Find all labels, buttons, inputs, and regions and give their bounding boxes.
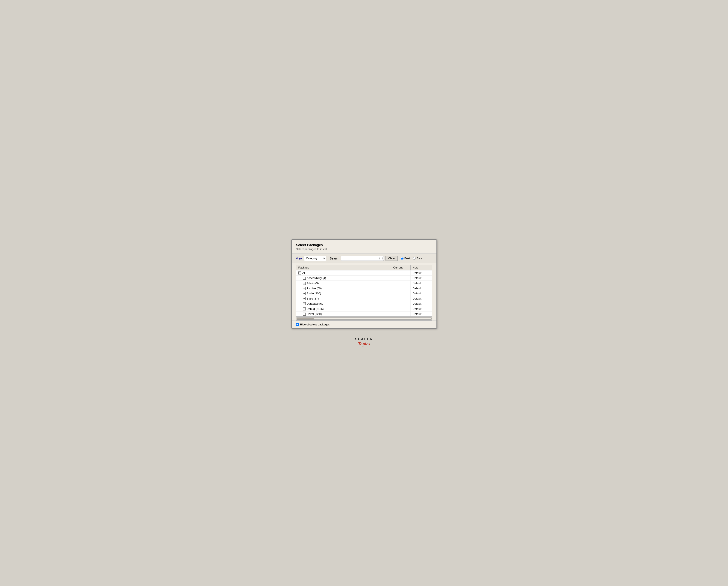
watermark: SCALER Topics — [355, 337, 373, 347]
row-name: Archive (69) — [307, 287, 322, 290]
cell-new: Default — [411, 291, 432, 296]
hide-obsolete-checkbox-item[interactable]: Hide obsolete packages — [296, 323, 330, 326]
cell-new: Default — [411, 276, 432, 280]
cell-new: Default — [411, 296, 432, 301]
radio-best-label: Best — [404, 257, 410, 260]
cell-current — [391, 306, 411, 311]
tree-item: + Accessibility (4) — [303, 276, 389, 280]
dialog-footer: Hide obsolete packages — [292, 321, 437, 328]
watermark-topics: Topics — [355, 341, 373, 347]
cell-package: + Audio (200) — [296, 291, 391, 296]
watermark-scaler: SCALER — [355, 337, 373, 341]
tree-item: + Base (37) — [303, 297, 389, 300]
package-table: Package Current New − All Default — [296, 265, 432, 321]
tree-item: + Devel (1218) — [303, 312, 389, 315]
radio-sync-item[interactable]: Sync — [413, 257, 423, 260]
row-name: Devel (1218) — [307, 312, 322, 315]
select-packages-dialog: Select Packages Select packages to insta… — [291, 239, 437, 329]
table-header: Package Current New — [296, 265, 432, 271]
table-section: Package Current New − All Default — [292, 265, 437, 321]
dialog-title: Select Packages — [296, 243, 432, 247]
table-row: + Archive (69) Default — [296, 286, 432, 291]
column-current: Current — [391, 265, 411, 270]
tree-item: + Archive (69) — [303, 287, 389, 290]
search-icon — [379, 257, 383, 260]
expand-icon[interactable]: + — [303, 292, 306, 295]
cell-package: + Admin (9) — [296, 281, 391, 286]
table-row: + Audio (200) Default — [296, 291, 432, 296]
row-name: Debug (2135) — [307, 307, 324, 310]
cell-package: + Devel (1218) — [296, 311, 391, 316]
cell-new: Default — [411, 311, 432, 316]
view-select-wrapper[interactable]: Category Full Name Short Name — [304, 256, 326, 261]
expand-icon[interactable]: + — [303, 282, 306, 285]
cell-current — [391, 311, 411, 316]
expand-icon[interactable]: + — [303, 302, 306, 305]
radio-sync-label: Sync — [417, 257, 423, 260]
expand-icon[interactable]: + — [303, 313, 306, 315]
view-label: View — [296, 257, 303, 260]
cell-package: + Accessibility (4) — [296, 276, 391, 280]
column-package: Package — [296, 265, 391, 270]
search-container — [341, 256, 384, 261]
tree-item: + Admin (9) — [303, 282, 389, 285]
view-select[interactable]: Category Full Name Short Name — [304, 256, 326, 261]
cell-new: Default — [411, 271, 432, 275]
radio-best[interactable] — [401, 257, 404, 260]
table-row: + Accessibility (4) Default — [296, 276, 432, 281]
row-name: Accessibility (4) — [307, 276, 326, 280]
dialog-header: Select Packages Select packages to insta… — [292, 240, 437, 254]
row-name: Database (60) — [307, 302, 324, 305]
expand-icon[interactable]: + — [303, 277, 306, 280]
row-name: Audio (200) — [307, 292, 321, 295]
row-name: Base (37) — [307, 297, 319, 300]
cell-current — [391, 286, 411, 291]
cell-current — [391, 276, 411, 280]
cell-package: + Debug (2135) — [296, 306, 391, 311]
hide-obsolete-checkbox[interactable] — [296, 323, 299, 326]
table-row: + Debug (2135) Default — [296, 306, 432, 311]
cell-package: + Archive (69) — [296, 286, 391, 291]
cell-new: Default — [411, 281, 432, 286]
table-row: + Database (60) Default — [296, 301, 432, 306]
cell-new: Default — [411, 301, 432, 306]
scrollbar-track — [297, 317, 432, 320]
clear-button[interactable]: Clear — [386, 256, 398, 261]
cell-current — [391, 281, 411, 286]
radio-sync[interactable] — [413, 257, 416, 260]
expand-icon[interactable]: + — [303, 307, 306, 310]
search-label: Search — [330, 257, 339, 260]
table-row: − All Default — [296, 271, 432, 276]
search-input[interactable] — [342, 257, 379, 260]
cell-current — [391, 291, 411, 296]
column-new: New — [411, 265, 432, 270]
tree-item: + Audio (200) — [303, 292, 389, 295]
cell-package: + Base (37) — [296, 296, 391, 301]
toolbar: View Category Full Name Short Name Searc… — [292, 254, 437, 263]
expand-icon[interactable]: + — [303, 297, 306, 300]
collapse-icon[interactable]: − — [298, 272, 302, 275]
tree-item: + Debug (2135) — [303, 307, 389, 310]
tree-item: − All — [298, 271, 389, 275]
cell-current — [391, 271, 411, 275]
table-row: + Devel (1218) Default — [296, 311, 432, 316]
horizontal-scrollbar[interactable] — [296, 316, 432, 320]
dialog-subtitle: Select packages to install — [296, 248, 432, 251]
cell-package: + Database (60) — [296, 301, 391, 306]
table-row: + Base (37) Default — [296, 296, 432, 301]
table-body: − All Default + Accessibility (4) — [296, 271, 432, 316]
row-name: All — [303, 271, 306, 275]
cell-new: Default — [411, 306, 432, 311]
expand-icon[interactable]: + — [303, 287, 306, 290]
cell-current — [391, 296, 411, 301]
row-name: Admin (9) — [307, 282, 319, 285]
hide-obsolete-label: Hide obsolete packages — [300, 323, 330, 326]
table-row: + Admin (9) Default — [296, 281, 432, 286]
cell-new: Default — [411, 286, 432, 291]
scrollbar-thumb[interactable] — [297, 318, 314, 320]
cell-package: − All — [296, 271, 391, 275]
radio-best-item[interactable]: Best — [401, 257, 410, 260]
cell-current — [391, 301, 411, 306]
tree-item: + Database (60) — [303, 302, 389, 305]
radio-group: Best Sync — [401, 257, 423, 260]
